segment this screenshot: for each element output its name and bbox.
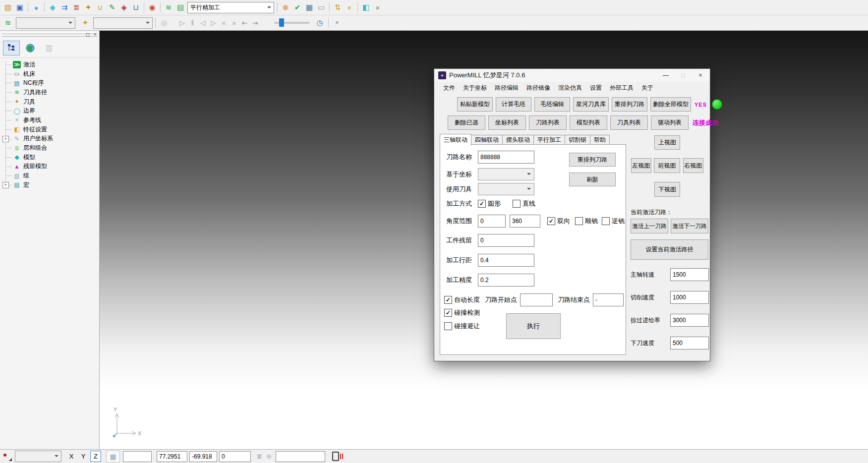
rearrange-toolpaths-button[interactable]: 重排列刀路 <box>569 153 616 167</box>
tree-item[interactable]: ▧ 组 <box>0 171 99 180</box>
block-icon[interactable]: ◆ <box>47 1 58 13</box>
set-active-path-button[interactable]: 设置当前激活路径 <box>631 239 708 260</box>
menu-item[interactable]: 路径编辑 <box>491 84 522 92</box>
collision-check-checkbox[interactable]: ✓ <box>444 309 452 317</box>
tree-item[interactable]: ≣ 层和组合 <box>0 143 99 153</box>
maximize-button[interactable]: □ <box>675 69 692 81</box>
speed-input[interactable] <box>670 337 709 349</box>
menu-item[interactable]: 文件 <box>439 84 459 92</box>
coordinate-z-field[interactable] <box>219 451 251 462</box>
measure-icon[interactable]: ▭ <box>315 1 327 13</box>
calculator-icon[interactable]: ▦ <box>303 1 315 13</box>
tab[interactable]: 帮助 <box>590 135 610 145</box>
expand-toggle[interactable]: + <box>2 182 9 188</box>
top-view-button[interactable]: 上视图 <box>654 135 680 150</box>
tree-item[interactable]: ≋ 刀具路径 <box>0 88 99 97</box>
close-button[interactable]: × <box>692 69 709 81</box>
tool-select[interactable] <box>93 17 153 29</box>
toolpath-name-input[interactable] <box>478 151 534 164</box>
tree-item[interactable]: ▤ NC程序 <box>0 78 99 88</box>
axis-x-button[interactable]: X <box>66 451 76 462</box>
xyz-readout-icon[interactable]: ≣ <box>257 453 262 460</box>
left-view-button[interactable]: 左视图 <box>631 158 651 173</box>
front-view-button[interactable]: 前视图 <box>654 158 680 173</box>
status-select[interactable] <box>15 451 61 462</box>
panel-close-icon[interactable]: × <box>92 31 98 37</box>
verify-toolpath-icon[interactable]: ⊗ <box>280 1 291 13</box>
dialog-button[interactable]: 刀路列表 <box>529 116 567 130</box>
toolbar-close-icon[interactable]: × <box>331 17 343 29</box>
play-button[interactable]: ▷ <box>177 17 187 28</box>
dialog-button[interactable]: 坐标列表 <box>488 116 526 130</box>
open-file-icon[interactable]: ▨ <box>2 1 14 13</box>
tree-item[interactable]: ◧ 特征设置 <box>0 125 99 134</box>
tree-view-button[interactable] <box>3 41 20 56</box>
leads-links-icon[interactable]: ⇉ <box>58 1 70 13</box>
end-point-input[interactable] <box>593 293 624 306</box>
expand-toggle[interactable]: + <box>2 136 9 142</box>
tree-item[interactable]: × 参考线 <box>0 116 99 125</box>
minimize-button[interactable]: — <box>657 69 674 81</box>
status-blank-field-2[interactable] <box>276 451 325 462</box>
toolbar-close-icon[interactable]: × <box>372 1 384 13</box>
auto-length-checkbox[interactable]: ✓ <box>444 296 452 304</box>
dialog-button[interactable]: 毛坯编辑 <box>534 97 570 112</box>
dialog-button[interactable]: 粘贴新模型 <box>457 97 493 112</box>
menu-item[interactable]: 关于坐标 <box>459 84 491 92</box>
speed-slider[interactable] <box>274 22 310 24</box>
transform-icon[interactable]: × <box>344 1 355 13</box>
tab[interactable]: 平行加工 <box>534 135 565 145</box>
climb-checkbox[interactable] <box>575 217 583 225</box>
feeds-speeds-icon[interactable]: ≣ <box>70 1 82 13</box>
axis-z-button[interactable]: Z <box>90 451 101 462</box>
axis-y-button[interactable]: Y <box>78 451 88 462</box>
coord-select[interactable] <box>478 168 534 180</box>
simulate-icon[interactable]: ◉ <box>146 1 158 13</box>
coordinate-x-field[interactable] <box>157 451 187 462</box>
tree-item[interactable]: + ▤ 宏 <box>0 180 99 190</box>
coordinate-y-field[interactable] <box>189 451 217 462</box>
menu-item[interactable]: 外部工具 <box>606 84 637 92</box>
activate-prev-toolpath-button[interactable]: 激活上一刀路 <box>631 219 668 233</box>
tab[interactable]: 四轴联动 <box>471 135 503 145</box>
right-view-button[interactable]: 右视图 <box>683 158 703 173</box>
tool-icon[interactable]: ✦ <box>82 1 94 13</box>
tool-holder-icon[interactable]: ⊔ <box>130 1 142 13</box>
save-icon[interactable]: ▣ <box>14 1 26 13</box>
compare-models-icon[interactable]: ◧ <box>360 1 372 13</box>
tab[interactable]: 三轴联动 <box>440 134 471 145</box>
panel-restore-icon[interactable]: ◻ <box>85 31 91 37</box>
panel-header[interactable]: ◻ × <box>0 31 99 39</box>
dialog-button[interactable]: 计算毛坯 <box>496 97 531 112</box>
collision-avoid-checkbox[interactable] <box>444 322 452 330</box>
dialog-button[interactable]: 模型列表 <box>570 116 607 130</box>
toolpath-select[interactable] <box>16 17 75 29</box>
tool-change-icon[interactable]: ⇅ <box>332 1 344 13</box>
bottom-view-button[interactable]: 下视图 <box>654 182 680 197</box>
stepover-input[interactable] <box>478 254 534 267</box>
tree-item[interactable]: ▭ 机床 <box>0 69 99 79</box>
dialog-button[interactable]: 删除已选 <box>448 116 485 130</box>
tab[interactable]: 摆头联动 <box>503 135 534 145</box>
speed-input[interactable] <box>670 291 709 304</box>
tree-item[interactable]: ▲ 残留模型 <box>0 162 99 172</box>
tolerance-input[interactable] <box>478 274 534 287</box>
dialog-button[interactable]: 驱动列表 <box>651 116 689 130</box>
menu-item[interactable]: 关于 <box>637 84 657 92</box>
tool-select[interactable] <box>478 183 534 195</box>
menu-item[interactable]: 渲染仿真 <box>554 84 586 92</box>
panel-toggle-icon[interactable] <box>332 452 343 461</box>
grid-icon[interactable]: ▦ <box>106 451 120 463</box>
activate-next-toolpath-button[interactable]: 激活下一刀路 <box>671 219 708 233</box>
step-back-button[interactable]: ◁ <box>198 17 208 28</box>
tab[interactable]: 切割锯 <box>565 135 590 145</box>
tree-item[interactable]: ◯ 边界 <box>0 106 99 116</box>
recycle-bin-button[interactable] <box>41 41 58 56</box>
tree-item[interactable]: ◆ 模型 <box>0 153 99 162</box>
fast-forward-button[interactable]: » <box>229 17 239 28</box>
status-blank-field-1[interactable] <box>123 451 152 462</box>
tree-item[interactable]: ≫ 激活 <box>0 60 99 69</box>
dialog-button[interactable]: 删除全部模型 <box>650 97 691 112</box>
angle-from-input[interactable] <box>478 215 506 228</box>
menu-item[interactable]: 路径镜像 <box>522 84 554 92</box>
